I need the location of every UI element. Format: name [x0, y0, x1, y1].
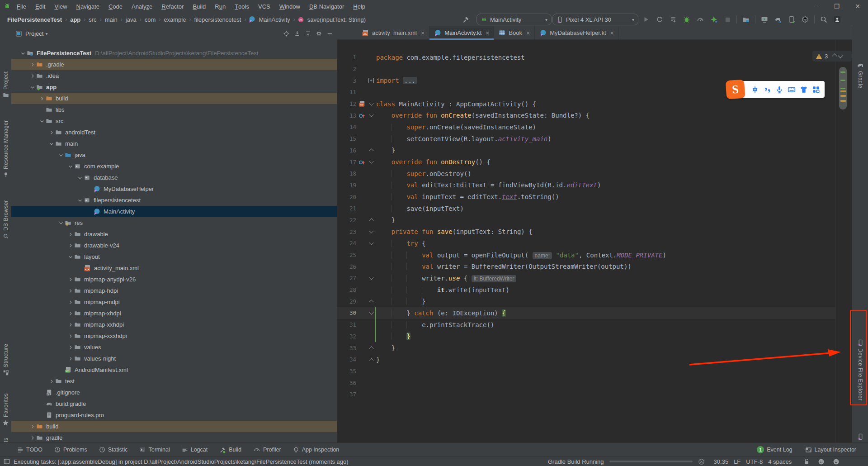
indent-setting[interactable]: 4 spaces — [768, 458, 792, 465]
tool-window-button-todo[interactable]: TODO — [17, 447, 42, 453]
fold-marker[interactable] — [367, 358, 375, 361]
chevron-right-icon[interactable] — [66, 288, 74, 294]
device-manager-button[interactable] — [759, 14, 770, 25]
tool-window-button-profiler[interactable]: Profiler — [253, 446, 281, 453]
breadcrumb-item-filepersistencetest[interactable]: FilePersistenceTest — [6, 16, 63, 23]
code-editor[interactable]: 1package com.example.filepersistencetest… — [337, 40, 852, 442]
gradle-sync-button[interactable] — [772, 14, 784, 25]
fold-marker[interactable] — [367, 347, 375, 349]
warning-stripe-mark[interactable] — [840, 90, 846, 92]
fold-marker[interactable] — [367, 277, 375, 280]
chevron-right-icon[interactable] — [47, 130, 55, 135]
toolbox-icon[interactable] — [812, 86, 820, 94]
device-selector[interactable]: Pixel 4 XL API 30 ▾ — [552, 14, 638, 25]
hide-panel-button[interactable] — [326, 30, 333, 37]
chevron-right-icon[interactable] — [66, 232, 74, 237]
tree-row-mipmap-xhdpi[interactable]: mipmap-xhdpi — [11, 308, 337, 319]
tree-row-gradle[interactable]: .gradle — [11, 59, 337, 70]
caret-position[interactable]: 30:35 — [714, 458, 729, 465]
stop-button[interactable] — [722, 14, 733, 25]
tree-row-mipmap-anydpi-v26[interactable]: mipmap-anydpi-v26 — [11, 274, 337, 285]
chevron-right-icon[interactable] — [47, 379, 55, 384]
collapse-all-button[interactable] — [305, 30, 311, 37]
sad-face-icon[interactable] — [833, 458, 840, 465]
breadcrumb-item-com[interactable]: com — [144, 16, 157, 23]
avd-manager-button[interactable] — [786, 14, 797, 25]
chevron-down-icon[interactable] — [76, 175, 84, 181]
menu-item-help[interactable]: Help — [349, 0, 369, 13]
menu-item-code[interactable]: Code — [104, 0, 127, 13]
inspections-widget[interactable]: 3 — [812, 51, 852, 62]
tool-window-button-layout-inspector[interactable]: Layout Inspector — [805, 447, 856, 453]
code-line-19[interactable]: 19 val editText:EditText = findViewById(… — [337, 180, 852, 191]
tool-window-button-logcat[interactable]: Logcat — [182, 447, 208, 453]
tree-row-values[interactable]: values — [11, 342, 337, 353]
select-opened-file-button[interactable] — [283, 30, 290, 37]
fold-marker[interactable] — [367, 114, 375, 117]
tab-activity-main-xml[interactable]: <>activity_main.xml× — [357, 26, 429, 39]
tree-row-drawable[interactable]: drawable — [11, 228, 337, 240]
minimize-button[interactable]: – — [806, 0, 826, 13]
run-button[interactable] — [640, 14, 652, 25]
code-line-36[interactable]: 36 — [337, 377, 852, 389]
tree-row-mipmap-hdpi[interactable]: mipmap-hdpi — [11, 285, 337, 296]
file-encoding[interactable]: UTF-8 — [746, 458, 763, 465]
zh-icon[interactable] — [751, 86, 759, 94]
search-everywhere-button[interactable] — [818, 14, 830, 25]
code-line-27[interactable]: 27 writer.use { it: BufferedWriter — [337, 272, 852, 284]
chevron-down-icon[interactable] — [66, 164, 74, 169]
tool-window-button-terminal[interactable]: Terminal — [139, 447, 170, 453]
tree-row-layout[interactable]: layout — [11, 251, 337, 262]
fold-marker[interactable] — [367, 219, 375, 221]
chevron-down-icon[interactable] — [76, 198, 84, 203]
cancel-icon[interactable] — [698, 458, 705, 465]
tree-row-idea[interactable]: .idea — [11, 70, 337, 81]
next-warning-icon[interactable] — [838, 53, 843, 58]
code-line-15[interactable]: 15 setContentView(R.layout.activity_main… — [337, 133, 852, 145]
apply-code-changes-button[interactable] — [667, 14, 679, 25]
chevron-down-icon[interactable] — [38, 119, 46, 124]
code-line-22[interactable]: 22 } — [337, 214, 852, 226]
breadcrumb-item-src[interactable]: src — [88, 16, 97, 23]
chevron-right-icon[interactable] — [66, 243, 74, 248]
mic-icon[interactable] — [775, 86, 783, 94]
tree-row-build-gradle[interactable]: build.gradle — [11, 398, 337, 409]
hammer-icon[interactable] — [462, 16, 470, 24]
fold-marker[interactable] — [367, 300, 375, 303]
sdk-manager-button[interactable] — [799, 14, 811, 25]
tool-stripe-button-gradle[interactable]: Gradle — [852, 62, 868, 117]
tree-row-filepersistencetest[interactable]: FilePersistenceTestD:\allProject\Android… — [11, 48, 337, 59]
code-line-17[interactable]: 17 override fun onDestroy() { — [337, 156, 852, 168]
tree-row-activity-main-xml[interactable]: <>activity_main.xml — [11, 262, 337, 274]
run-configuration-selector[interactable]: MainActivity ▾ — [476, 14, 552, 25]
profile-avatar-button[interactable] — [831, 14, 843, 25]
chevron-down-icon[interactable] — [19, 51, 27, 56]
fold-marker[interactable] — [367, 312, 375, 314]
breadcrumb-item-example[interactable]: example — [163, 16, 187, 23]
tree-row-libs[interactable]: libs — [11, 104, 337, 115]
tool-window-button-app-inspection[interactable]: App Inspection — [293, 447, 340, 453]
chevron-down-icon[interactable] — [57, 220, 65, 226]
tree-row-mipmap-xxxhdpi[interactable]: mipmap-xxxhdpi — [11, 330, 337, 342]
chevron-right-icon[interactable] — [28, 62, 36, 67]
close-icon[interactable]: × — [610, 29, 614, 37]
fold-marker[interactable] — [367, 103, 375, 105]
tree-row-gitignore[interactable]: .gitignore — [11, 387, 337, 398]
chevron-right-icon[interactable] — [66, 356, 74, 361]
fold-marker[interactable] — [367, 161, 375, 163]
fold-marker[interactable] — [367, 230, 375, 233]
tree-row-test[interactable]: test — [11, 376, 337, 387]
chevron-right-icon[interactable] — [28, 435, 36, 441]
skin-icon[interactable] — [800, 86, 808, 94]
code-line-28[interactable]: 28 it.write(inputText) — [337, 284, 852, 296]
chevron-right-icon[interactable] — [28, 73, 36, 79]
tree-row-proguard-rules-pro[interactable]: proguard-rules.pro — [11, 409, 337, 421]
tree-row-mydatabasehelper[interactable]: MyDatabaseHelper — [11, 183, 337, 195]
tree-row-src[interactable]: src — [11, 115, 337, 127]
sogou-logo-icon[interactable]: S — [726, 80, 745, 100]
line-ending[interactable]: LF — [734, 458, 741, 465]
tree-row-res[interactable]: res — [11, 217, 337, 228]
menu-item-tools[interactable]: Tools — [231, 0, 253, 13]
expand-all-button[interactable] — [294, 30, 301, 37]
previous-warning-icon[interactable] — [832, 53, 837, 58]
